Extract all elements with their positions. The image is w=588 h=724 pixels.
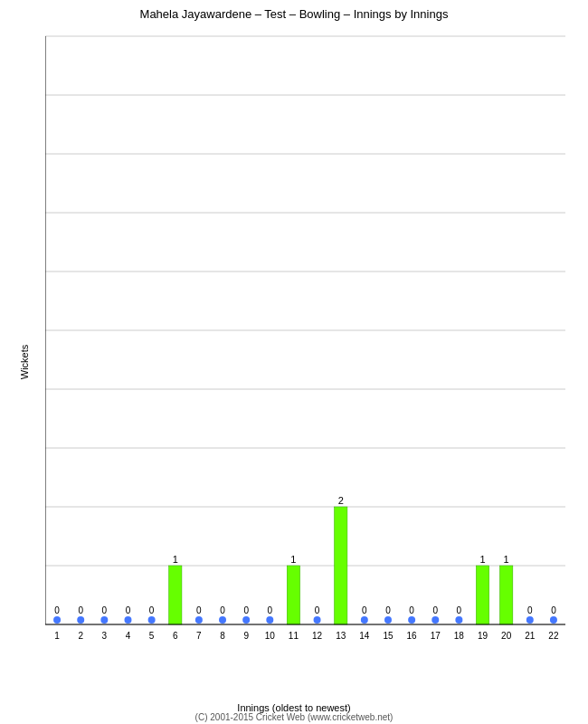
svg-text:20: 20 bbox=[501, 631, 512, 641]
svg-text:0: 0 bbox=[78, 605, 83, 615]
svg-text:0: 0 bbox=[432, 605, 438, 615]
svg-rect-79 bbox=[499, 566, 512, 624]
svg-point-34 bbox=[148, 616, 156, 624]
svg-text:22: 22 bbox=[548, 631, 559, 641]
svg-text:0: 0 bbox=[409, 605, 414, 615]
svg-text:19: 19 bbox=[478, 631, 488, 641]
svg-text:9: 9 bbox=[243, 631, 249, 641]
svg-point-25 bbox=[77, 616, 84, 624]
footer: (C) 2001-2015 Cricket Web (www.cricketwe… bbox=[0, 712, 588, 722]
svg-text:0: 0 bbox=[196, 605, 202, 615]
svg-text:1: 1 bbox=[479, 554, 485, 565]
svg-point-22 bbox=[53, 616, 61, 624]
svg-text:0: 0 bbox=[243, 605, 249, 615]
svg-rect-58 bbox=[335, 507, 347, 624]
svg-text:5: 5 bbox=[149, 631, 155, 641]
svg-text:1: 1 bbox=[54, 631, 60, 641]
svg-text:0: 0 bbox=[220, 605, 225, 615]
svg-text:17: 17 bbox=[431, 631, 441, 641]
svg-text:0: 0 bbox=[385, 605, 391, 615]
svg-text:0: 0 bbox=[315, 605, 320, 615]
svg-text:15: 15 bbox=[383, 631, 394, 641]
svg-point-73 bbox=[455, 616, 462, 624]
svg-text:11: 11 bbox=[289, 631, 299, 641]
svg-point-46 bbox=[242, 616, 250, 624]
svg-point-28 bbox=[100, 616, 108, 624]
svg-text:0: 0 bbox=[54, 605, 60, 615]
svg-rect-52 bbox=[287, 566, 299, 624]
svg-point-61 bbox=[361, 616, 368, 624]
svg-text:0: 0 bbox=[149, 605, 155, 615]
svg-text:2: 2 bbox=[338, 495, 344, 506]
svg-text:16: 16 bbox=[407, 631, 418, 641]
svg-text:1: 1 bbox=[504, 554, 509, 565]
svg-text:1: 1 bbox=[173, 554, 178, 565]
svg-point-64 bbox=[384, 616, 392, 624]
svg-rect-37 bbox=[169, 566, 182, 624]
svg-text:4: 4 bbox=[126, 631, 131, 641]
svg-point-40 bbox=[195, 616, 203, 624]
svg-text:0: 0 bbox=[268, 605, 273, 615]
chart-svg: 0123456789100102030405160708090101110122… bbox=[45, 32, 574, 661]
svg-point-85 bbox=[550, 616, 557, 624]
svg-point-55 bbox=[314, 616, 321, 624]
chart-container: Mahela Jayawardene – Test – Bowling – In… bbox=[0, 0, 588, 724]
svg-text:0: 0 bbox=[102, 605, 108, 615]
svg-text:1: 1 bbox=[290, 554, 296, 565]
svg-text:0: 0 bbox=[362, 605, 367, 615]
svg-point-67 bbox=[408, 616, 415, 624]
svg-point-49 bbox=[266, 616, 273, 624]
svg-text:3: 3 bbox=[102, 631, 108, 641]
chart-area: 0123456789100102030405160708090101110122… bbox=[45, 32, 574, 661]
svg-rect-76 bbox=[476, 566, 488, 624]
svg-text:21: 21 bbox=[525, 631, 536, 641]
svg-text:0: 0 bbox=[126, 605, 131, 615]
svg-text:2: 2 bbox=[78, 631, 83, 641]
svg-point-43 bbox=[219, 616, 226, 624]
svg-text:18: 18 bbox=[454, 631, 465, 641]
chart-title: Mahela Jayawardene – Test – Bowling – In… bbox=[0, 0, 588, 24]
svg-text:0: 0 bbox=[457, 605, 462, 615]
svg-point-70 bbox=[432, 616, 439, 624]
svg-text:10: 10 bbox=[265, 631, 276, 641]
svg-text:6: 6 bbox=[173, 631, 178, 641]
svg-text:13: 13 bbox=[336, 631, 346, 641]
svg-point-31 bbox=[124, 616, 131, 624]
y-axis-label: Wickets bbox=[19, 345, 30, 380]
svg-text:7: 7 bbox=[196, 631, 202, 641]
svg-text:0: 0 bbox=[527, 605, 533, 615]
svg-text:12: 12 bbox=[312, 631, 323, 641]
svg-point-82 bbox=[526, 616, 534, 624]
svg-text:8: 8 bbox=[220, 631, 225, 641]
svg-text:0: 0 bbox=[551, 605, 556, 615]
svg-text:14: 14 bbox=[359, 631, 370, 641]
